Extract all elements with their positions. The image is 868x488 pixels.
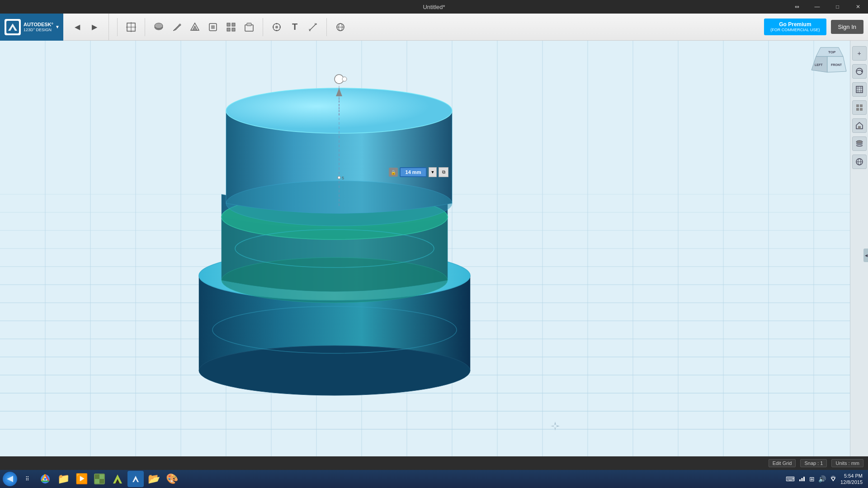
title-bar: Untitled* ⇔ — □ ✕	[0, 0, 868, 14]
separator-4	[326, 18, 327, 36]
svg-point-100	[44, 478, 47, 480]
minimize-button[interactable]: —	[807, 0, 827, 14]
restore-button[interactable]: ⇔	[787, 0, 807, 14]
svg-text:LEFT: LEFT	[815, 63, 823, 66]
maximize-button[interactable]: □	[827, 0, 848, 14]
3d-scene: 5	[0, 41, 850, 470]
windows-tray-icon: ⊞	[809, 475, 815, 483]
view-cube[interactable]: TOP LEFT FRONT	[809, 45, 845, 81]
edit-grid-button[interactable]: Edit Grid	[769, 459, 796, 467]
svg-rect-93	[858, 126, 861, 129]
svg-rect-14	[232, 28, 235, 31]
app-statusbar: Edit Grid Snap : 1 Units : mm	[0, 456, 868, 470]
svg-rect-12	[232, 23, 235, 26]
svg-text:5: 5	[342, 176, 344, 180]
logo-area[interactable]: AUTODESK° 123D° DESIGN ▼	[0, 14, 63, 41]
new-sketch-button[interactable]	[123, 19, 139, 35]
system-clock: 5:54 PM 12/8/2015	[840, 473, 863, 486]
paint-taskbar-icon[interactable]: 🎨	[164, 471, 180, 487]
measure-popup: 🔒 ▼ ⧉	[389, 167, 448, 177]
orbit-button[interactable]	[852, 64, 867, 79]
viewport[interactable]: 5 🔒 ▼ ⧉	[0, 41, 850, 470]
modify-button[interactable]	[205, 19, 221, 35]
main-toolbar: AUTODESK° 123D° DESIGN ▼ ◀ ▶	[0, 14, 868, 41]
window-controls: ⇔ — □ ✕	[787, 0, 868, 14]
group-button[interactable]	[241, 19, 257, 35]
svg-point-94	[856, 141, 863, 143]
text-button[interactable]: T	[287, 19, 303, 35]
svg-rect-11	[227, 23, 230, 26]
design-taskbar-icon[interactable]	[127, 471, 144, 487]
view-home-button[interactable]	[852, 118, 867, 133]
separator-2	[145, 18, 145, 36]
logo-dropdown[interactable]: ▼	[55, 24, 60, 29]
separator-3	[263, 18, 263, 36]
svg-rect-91	[856, 108, 859, 111]
panel-expand[interactable]: ◀	[863, 249, 868, 262]
svg-point-6	[179, 24, 181, 26]
compass-indicator	[550, 421, 561, 434]
svg-rect-13	[227, 28, 230, 31]
svg-rect-89	[856, 104, 859, 107]
media-icon[interactable]: ▶️	[73, 471, 90, 487]
snap-button[interactable]	[269, 19, 285, 35]
primitives-button[interactable]	[151, 19, 167, 35]
view-layers-button[interactable]	[852, 136, 867, 151]
svg-rect-90	[860, 104, 863, 107]
go-premium-button[interactable]: Go Premium (FOR COMMERCIAL USE)	[764, 19, 826, 35]
zoom-extents-button[interactable]	[852, 100, 867, 115]
autodesk-taskbar-icon[interactable]	[109, 471, 126, 487]
svg-rect-84	[856, 86, 863, 93]
undo-button[interactable]: ◀	[70, 20, 85, 34]
units-indicator[interactable]: Units : mm	[831, 459, 863, 467]
close-button[interactable]: ✕	[848, 0, 868, 14]
svg-rect-16	[247, 23, 251, 26]
svg-rect-107	[802, 478, 803, 481]
taskbar: ⠿ 📁 ▶️ 📂 🎨 ⌨	[0, 470, 868, 488]
construct-button[interactable]	[187, 19, 203, 35]
svg-rect-106	[799, 479, 801, 481]
measure-button[interactable]	[305, 19, 321, 35]
view-options-button[interactable]	[852, 155, 867, 169]
zoom-in-button[interactable]: +	[852, 46, 867, 61]
svg-rect-104	[95, 479, 99, 483]
zoom-fit-button[interactable]	[852, 82, 867, 97]
copy-button[interactable]: ⧉	[439, 167, 448, 177]
svg-text:FRONT: FRONT	[831, 63, 842, 66]
sign-in-button[interactable]: Sign In	[831, 20, 863, 34]
start-orb[interactable]	[3, 472, 17, 486]
logo-text: AUTODESK° 123D° DESIGN	[24, 21, 53, 33]
minecraft-icon[interactable]	[91, 471, 108, 487]
separator-1	[117, 18, 118, 36]
signal-tray-icon	[830, 475, 837, 483]
svg-rect-10	[211, 25, 215, 29]
network-tray-icon	[798, 475, 806, 483]
materials-button[interactable]	[332, 19, 349, 35]
sketch-button[interactable]	[169, 19, 185, 35]
taskbar-dots[interactable]: ⠿	[19, 471, 35, 487]
svg-point-18	[275, 26, 278, 28]
files-icon[interactable]: 📁	[55, 471, 71, 487]
svg-point-5	[155, 23, 163, 28]
snap-indicator[interactable]: Snap : 1	[800, 459, 827, 467]
svg-rect-92	[860, 108, 863, 111]
svg-point-71	[342, 77, 347, 81]
pattern-button[interactable]	[223, 19, 239, 35]
taskbar-right: ⌨ ⊞ 🔊 5:54 PM 12/8/2015	[786, 473, 866, 486]
svg-text:TOP: TOP	[828, 50, 836, 54]
lock-icon[interactable]: 🔒	[389, 168, 398, 177]
measure-input[interactable]	[400, 167, 427, 177]
window-title: Untitled*	[423, 4, 445, 10]
svg-point-63	[222, 258, 448, 303]
svg-rect-103	[99, 474, 104, 479]
right-toolbar: Go Premium (FOR COMMERCIAL USE) Sign In	[764, 19, 868, 35]
undo-redo-group: ◀ ▶	[63, 14, 109, 40]
redo-button[interactable]: ▶	[87, 20, 102, 34]
folder-taskbar-icon[interactable]: 📂	[146, 471, 162, 487]
svg-point-74	[338, 176, 340, 179]
chrome-icon[interactable]	[37, 471, 53, 487]
svg-rect-105	[99, 479, 104, 483]
right-panel: +	[850, 41, 868, 470]
keyboard-tray-icon: ⌨	[786, 475, 795, 483]
unit-dropdown[interactable]: ▼	[429, 167, 437, 177]
